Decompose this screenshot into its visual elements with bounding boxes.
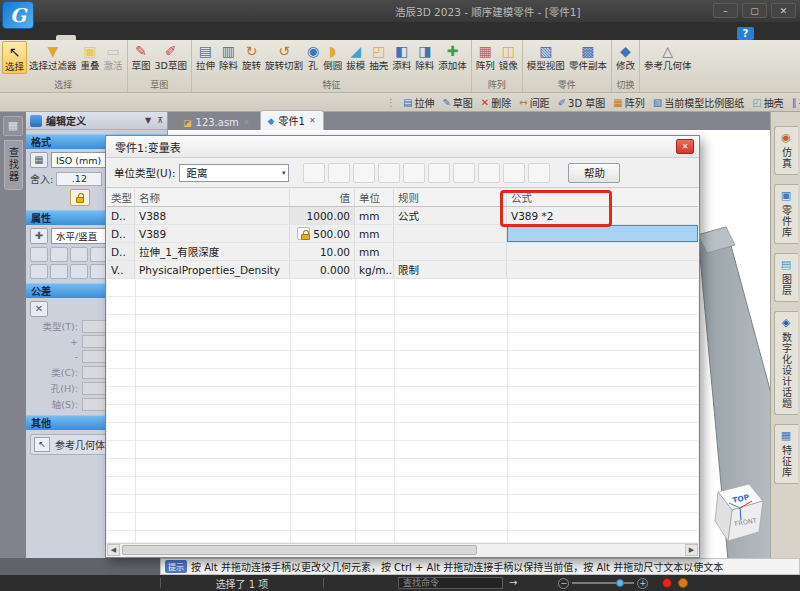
- dimension-property-button[interactable]: [30, 247, 48, 262]
- orientation-icon[interactable]: ✚: [30, 228, 48, 244]
- unit-type-select[interactable]: 距离 ▾: [179, 164, 289, 182]
- scroll-left-icon[interactable]: ◀: [107, 544, 120, 556]
- doc-tab-123-asm[interactable]: ◪ 123.asm ✕: [176, 115, 257, 130]
- lock-dimension-button[interactable]: [70, 189, 90, 206]
- dimension-property-button[interactable]: [70, 264, 88, 279]
- mirror-button[interactable]: ◫ 镜像: [497, 41, 520, 72]
- right-tab-feature-library[interactable]: ▦ 特征库: [774, 424, 798, 484]
- extrude-button[interactable]: ▤ 拉伸: [194, 41, 217, 72]
- zoom-slider[interactable]: − +: [558, 578, 648, 589]
- table-row-density[interactable]: V.. PhysicalProperties_Density 0.000 kg/…: [107, 261, 698, 279]
- table-row-extrude-depth[interactable]: D.. 拉伸_1_有限深度 10.00 mm: [107, 243, 698, 261]
- formula-icon[interactable]: [403, 163, 425, 183]
- zoom-slider-handle[interactable]: [616, 579, 624, 587]
- draft-button[interactable]: ◢ 拔模: [344, 41, 367, 72]
- add-body-button[interactable]: ✚ 添加体: [436, 41, 469, 72]
- scrollbar-thumb[interactable]: [122, 545, 477, 555]
- pathfinder-tab[interactable]: 查找器: [4, 140, 23, 190]
- column-header-name[interactable]: 名称: [135, 189, 290, 207]
- pathfinder-icon[interactable]: ▦: [3, 116, 23, 136]
- marker-icon[interactable]: [353, 163, 375, 183]
- panel-collapse-icon[interactable]: ▼: [145, 116, 151, 125]
- revolve-button[interactable]: ↻ 旋转: [240, 41, 263, 72]
- capture-button[interactable]: [678, 578, 688, 588]
- qt-extrude[interactable]: ▤ 拉伸: [400, 95, 437, 110]
- select-button[interactable]: ↖ 选择: [2, 41, 27, 74]
- revolve-cut-button[interactable]: ↺ 旋转切割: [263, 41, 305, 72]
- cut-button[interactable]: ▥ 除料: [217, 41, 240, 72]
- scroll-right-icon[interactable]: ▶: [685, 544, 698, 556]
- dialog-close-button[interactable]: ✕: [676, 139, 694, 154]
- tolerance-none-button[interactable]: ✕: [30, 301, 48, 317]
- sort-icon[interactable]: [303, 163, 325, 183]
- zoom-slider-track[interactable]: [572, 582, 634, 584]
- hole-button[interactable]: ◉ 孔: [305, 41, 321, 72]
- dimension-style-icon[interactable]: ▦: [30, 152, 48, 168]
- doc-tab-part1[interactable]: ◆ 零件1 ✕: [260, 110, 324, 130]
- copy-icon[interactable]: [503, 163, 525, 183]
- qt-parallel[interactable]: ∥ 平行: [789, 95, 800, 110]
- dialog-title-bar[interactable]: 零件1:变量表 ✕: [106, 136, 699, 158]
- horizontal-scrollbar[interactable]: ◀ ▶: [107, 543, 698, 556]
- toolbar-grip-icon[interactable]: ⋮: [386, 97, 396, 108]
- print-icon[interactable]: [478, 163, 500, 183]
- locked-value-icon[interactable]: [297, 227, 310, 240]
- column-header-unit[interactable]: 单位: [355, 189, 394, 207]
- dimension-property-button[interactable]: [50, 264, 68, 279]
- round-value-field[interactable]: .12: [56, 172, 102, 186]
- search-go-icon[interactable]: →: [509, 577, 517, 589]
- close-button[interactable]: ✕: [771, 3, 796, 18]
- tab-close-icon[interactable]: ✕: [243, 118, 250, 127]
- qt-3d-sketch[interactable]: ✐ 3D 草图: [555, 95, 609, 110]
- right-tab-layers[interactable]: ▤ 图层: [774, 253, 798, 302]
- record-button[interactable]: [662, 578, 672, 588]
- right-tab-simulation[interactable]: ◉ 仿真: [774, 126, 798, 175]
- qt-pattern[interactable]: ▦ 阵列: [610, 95, 647, 110]
- column-header-value[interactable]: 值: [290, 189, 355, 207]
- right-tab-parts-library[interactable]: ▣ 零件库: [774, 184, 798, 244]
- reference-geometry-button[interactable]: △ 参考几何体: [642, 41, 694, 72]
- maximize-button[interactable]: ▢: [742, 3, 767, 18]
- refresh-icon[interactable]: [453, 163, 475, 183]
- dimension-property-button[interactable]: [50, 247, 68, 262]
- dimension-property-button[interactable]: [70, 247, 88, 262]
- view-cube[interactable]: TOP FRONT: [715, 484, 763, 541]
- qt-delete[interactable]: ✕ 删除: [478, 95, 514, 110]
- qt-shell[interactable]: ◰ 抽壳: [749, 95, 786, 110]
- help-icon[interactable]: ?: [737, 27, 754, 40]
- shell-button[interactable]: ◰ 抽壳: [367, 41, 390, 72]
- filter-icon[interactable]: [378, 163, 400, 183]
- column-header-rule[interactable]: 规则: [394, 189, 507, 207]
- part-copy-button[interactable]: ▩ 零件副本: [567, 41, 609, 72]
- panel-pin-icon[interactable]: ⊼: [157, 116, 163, 125]
- qt-sketch[interactable]: ✎ 草图: [439, 95, 475, 110]
- variable-icon[interactable]: [428, 163, 450, 183]
- export-icon[interactable]: [528, 163, 550, 183]
- dimension-property-button[interactable]: [30, 264, 48, 279]
- sketch-3d-button[interactable]: ✐ 3D草图: [153, 41, 189, 72]
- table-empty-rows[interactable]: [107, 279, 698, 542]
- right-tab-design-community[interactable]: ◈ 数字化设计话题: [774, 311, 798, 415]
- help-button[interactable]: 帮助: [568, 163, 620, 183]
- model-view-button[interactable]: ▧ 模型视图: [525, 41, 567, 72]
- command-search-input[interactable]: [398, 577, 503, 589]
- qt-current-model-sheet[interactable]: ▧ 当前模型比例图纸: [650, 95, 747, 110]
- sketch-button[interactable]: ✎ 草图: [130, 41, 153, 72]
- zoom-out-icon[interactable]: −: [558, 578, 569, 589]
- minimize-button[interactable]: –: [713, 3, 738, 18]
- modify-button[interactable]: ◆ 修改: [614, 41, 637, 72]
- round-button[interactable]: ◗ 倒圆: [321, 41, 344, 72]
- qt-spacing[interactable]: ↔ 间距: [516, 95, 552, 110]
- zoom-in-icon[interactable]: +: [637, 578, 648, 589]
- remove-material-button[interactable]: ◨ 除料: [413, 41, 436, 72]
- activate-button[interactable]: ▭ 激活: [102, 41, 125, 72]
- tab-close-icon[interactable]: ✕: [309, 116, 316, 125]
- table-row-v389[interactable]: D.. V389 500.00 mm: [107, 225, 698, 243]
- overlap-button[interactable]: ▣ 重叠: [79, 41, 102, 72]
- column-header-type[interactable]: 类型: [107, 189, 135, 207]
- selected-formula-cell[interactable]: [507, 225, 698, 243]
- app-logo-icon[interactable]: G: [2, 1, 34, 29]
- pattern-button[interactable]: ▦ 阵列: [474, 41, 497, 72]
- select-filter-button[interactable]: ▼ 选择过滤器: [27, 41, 79, 72]
- hierarchy-icon[interactable]: [328, 163, 350, 183]
